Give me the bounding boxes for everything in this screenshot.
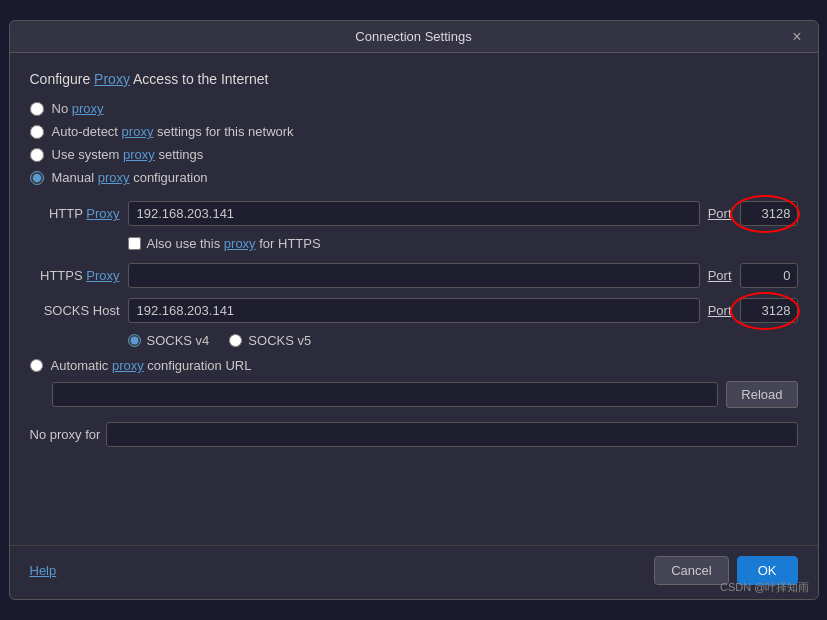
https-proxy-port-label: Port xyxy=(708,268,732,283)
close-button[interactable]: × xyxy=(786,27,807,47)
help-link[interactable]: Help xyxy=(30,563,57,578)
dialog-body: Configure Proxy Access to the Internet N… xyxy=(10,53,818,545)
socks-v4-option[interactable]: SOCKS v4 xyxy=(128,333,210,348)
socks-port-label: Port xyxy=(708,303,732,318)
no-proxy-label: No proxy xyxy=(52,101,104,116)
radio-use-system[interactable]: Use system proxy settings xyxy=(30,147,798,162)
socks-v5-radio[interactable] xyxy=(229,334,242,347)
radio-use-system-input[interactable] xyxy=(30,148,44,162)
radio-no-proxy-input[interactable] xyxy=(30,102,44,116)
watermark: CSDN @叶择知雨 xyxy=(720,580,809,595)
section-title-suffix: Access to the Internet xyxy=(130,71,269,87)
socks-host-input[interactable] xyxy=(128,298,700,323)
https-proxy-port-input[interactable] xyxy=(740,263,798,288)
auto-proxy-url-input[interactable] xyxy=(52,382,719,407)
reload-button[interactable]: Reload xyxy=(726,381,797,408)
no-proxy-for-label: No proxy for xyxy=(30,427,101,442)
socks-host-row: SOCKS Host Port xyxy=(30,298,798,323)
https-proxy-row: HTTPS Proxy Port xyxy=(30,263,798,288)
also-use-checkbox[interactable] xyxy=(128,237,141,250)
socks-v5-option[interactable]: SOCKS v5 xyxy=(229,333,311,348)
radio-auto-detect-input[interactable] xyxy=(30,125,44,139)
auto-proxy-label: Automatic proxy configuration URL xyxy=(51,358,252,373)
manual-label: Manual proxy configuration xyxy=(52,170,208,185)
socks-v5-label: SOCKS v5 xyxy=(248,333,311,348)
socks-v4-radio[interactable] xyxy=(128,334,141,347)
use-system-label: Use system proxy settings xyxy=(52,147,204,162)
http-proxy-port-input[interactable] xyxy=(740,201,798,226)
http-proxy-port-label: Port xyxy=(708,206,732,221)
socks-version-row: SOCKS v4 SOCKS v5 xyxy=(128,333,798,348)
http-proxy-row: HTTP Proxy Port xyxy=(30,201,798,226)
connection-settings-dialog: Connection Settings × Configure Proxy Ac… xyxy=(9,20,819,600)
auto-proxy-input-row: Reload xyxy=(52,381,798,408)
proxy-options-group: No proxy Auto-detect proxy settings for … xyxy=(30,101,798,185)
proxy-fields: HTTP Proxy Port Also use this proxy for … xyxy=(30,201,798,348)
http-proxy-label: HTTP Proxy xyxy=(30,206,120,221)
auto-detect-label: Auto-detect proxy settings for this netw… xyxy=(52,124,294,139)
socks-port-input[interactable] xyxy=(740,298,798,323)
cancel-button[interactable]: Cancel xyxy=(654,556,728,585)
also-use-label: Also use this proxy for HTTPS xyxy=(147,236,321,251)
radio-auto-proxy[interactable] xyxy=(30,359,43,372)
section-title: Configure Proxy Access to the Internet xyxy=(30,71,798,87)
dialog-titlebar: Connection Settings × xyxy=(10,21,818,53)
dialog-title: Connection Settings xyxy=(355,29,471,44)
https-proxy-label: HTTPS Proxy xyxy=(30,268,120,283)
no-proxy-for-row: No proxy for xyxy=(30,422,798,447)
dialog-footer: Help Cancel OK xyxy=(10,545,818,599)
socks-host-label: SOCKS Host xyxy=(30,303,120,318)
auto-proxy-row: Automatic proxy configuration URL xyxy=(30,358,798,373)
section-title-proxy[interactable]: Proxy xyxy=(94,71,130,87)
radio-auto-detect[interactable]: Auto-detect proxy settings for this netw… xyxy=(30,124,798,139)
radio-no-proxy[interactable]: No proxy xyxy=(30,101,798,116)
radio-manual-input[interactable] xyxy=(30,171,44,185)
https-proxy-input[interactable] xyxy=(128,263,700,288)
no-proxy-for-input[interactable] xyxy=(106,422,797,447)
section-title-prefix: Configure xyxy=(30,71,95,87)
radio-manual[interactable]: Manual proxy configuration xyxy=(30,170,798,185)
socks-v4-label: SOCKS v4 xyxy=(147,333,210,348)
http-proxy-input[interactable] xyxy=(128,201,700,226)
also-use-checkbox-row: Also use this proxy for HTTPS xyxy=(128,236,798,251)
